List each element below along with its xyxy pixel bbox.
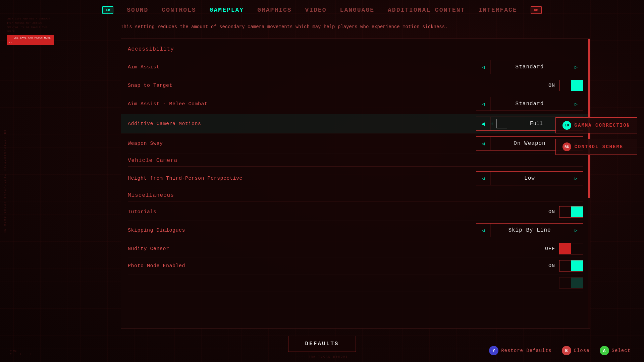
aim-assist-arrow-left[interactable]: ◁ [476, 60, 490, 74]
y-button-icon: Y [489, 346, 498, 355]
gamma-correction-label: GAMMA CORRECTION [575, 123, 630, 128]
setting-description: This setting reduces the amount of secon… [121, 23, 523, 31]
tutorials-row: Tutorials ON [128, 203, 583, 221]
select-label: Select [612, 348, 631, 353]
skipping-dialogues-label: Skipping Dialogues [128, 228, 185, 233]
snap-to-target-fill [571, 80, 583, 91]
gamma-correction-icon: LB [562, 121, 571, 130]
skipping-dialogues-arrow-right[interactable]: ▷ [569, 224, 583, 237]
tutorials-control[interactable]: ON [543, 206, 583, 218]
control-scheme-icon: RS [562, 142, 571, 151]
nav-item-graphics[interactable]: GRAPHICS [257, 7, 291, 13]
panel-scrollbar[interactable] [588, 39, 590, 328]
bottom-left-timer: ● - - : - - : - - [10, 352, 38, 355]
nav-item-interface[interactable]: INTERFACE [478, 7, 517, 13]
tutorials-label: Tutorials [128, 209, 157, 215]
partial-row-fill [571, 278, 583, 288]
bottom-left-version: V 0S [10, 349, 38, 352]
restore-defaults-action[interactable]: Y Restore Defaults [489, 346, 551, 355]
photo-mode-fill [571, 260, 583, 271]
gamma-correction-button[interactable]: LB GAMMA CORRECTION [555, 117, 637, 133]
aim-assist-label: Aim Assist [128, 64, 160, 70]
side-text: RS 0:00:00:34 5473/79341 R4712836435127 … [3, 129, 7, 233]
height-perspective-value: Low [490, 175, 569, 181]
photo-mode-row: Photo Mode Enabled ON [128, 257, 583, 275]
aim-assist-melee-row: Aim Assist - Melee Combat ◁ Standard ▷ [128, 94, 583, 114]
control-scheme-button[interactable]: RS CONTROL SCHEME [555, 139, 637, 155]
top-navigation: LB SOUND CONTROLS GAMEPLAY GRAPHICS VIDE… [0, 0, 644, 20]
bottom-left-info: V 0S ● - - : - - : - - [10, 349, 38, 355]
photo-mode-label: Photo Mode Enabled [128, 263, 185, 269]
rb-controller-badge[interactable]: RB [531, 6, 542, 14]
restore-defaults-label: Restore Defaults [501, 348, 551, 353]
settings-panel: Accessibility Aim Assist ◁ Standard ▷ Sn… [121, 39, 590, 328]
photo-mode-toggle[interactable] [559, 260, 583, 272]
additive-camera-row: Additive Camera Motions ◀ ✛ Full ✛ ▶ [121, 114, 590, 134]
height-perspective-arrow-right[interactable]: ▷ [569, 172, 583, 185]
nav-item-additional-content[interactable]: ADDITIONAL CONTENT [388, 7, 465, 13]
snap-to-target-label: Snap to Target [128, 83, 172, 88]
settings-inner: Accessibility Aim Assist ◁ Standard ▷ Sn… [121, 39, 590, 295]
nav-item-sound[interactable]: SOUND [127, 7, 148, 13]
aim-assist-value: Standard [490, 64, 569, 70]
tutorials-fill [571, 206, 583, 217]
version-text: ──── TRH_TLCAS_B08D95 [296, 355, 348, 359]
skipping-dialogues-selector[interactable]: ◁ Skip By Line ▷ [476, 223, 583, 237]
weapon-sway-label: Weapon Sway [128, 141, 163, 146]
skipping-dialogues-arrow-left[interactable]: ◁ [476, 224, 490, 237]
aim-assist-melee-arrow-right[interactable]: ▷ [569, 97, 583, 111]
nudity-censor-toggle[interactable] [559, 243, 583, 254]
weapon-sway-arrow-left[interactable]: ◁ [476, 137, 490, 150]
snap-to-target-state: ON [548, 83, 555, 88]
nav-item-video[interactable]: VIDEO [305, 7, 327, 13]
snap-to-target-control[interactable]: ON [543, 80, 583, 91]
height-perspective-selector[interactable]: ◁ Low ▷ [476, 171, 583, 185]
vehicle-camera-header: Vehicle Camera [128, 154, 583, 167]
top-left-info: ONLY GIVE AND USE A CERTAIN ITEM ACROSS … [7, 17, 54, 45]
nav-item-controls[interactable]: CONTROLS [162, 7, 196, 13]
close-label: Close [574, 348, 590, 353]
aim-assist-melee-value: Standard [490, 101, 569, 107]
top-left-badge: -- USE SAVE AND PATCH MORE -- [7, 35, 54, 45]
aim-assist-selector[interactable]: ◁ Standard ▷ [476, 60, 583, 74]
nudity-censor-label: Nudity Censor [128, 246, 169, 252]
select-action[interactable]: A Select [600, 346, 631, 355]
skipping-dialogues-value: Skip By Line [490, 227, 569, 233]
additive-camera-plus-left: ✛ [490, 120, 494, 127]
snap-to-target-row: Snap to Target ON [128, 77, 583, 94]
height-perspective-arrow-left[interactable]: ◁ [476, 172, 490, 185]
partial-row-control [543, 277, 583, 289]
partial-row [128, 275, 583, 292]
photo-mode-state: ON [548, 263, 555, 269]
snap-to-target-toggle[interactable] [559, 80, 583, 91]
b-button-icon: B [562, 346, 571, 355]
defaults-button[interactable]: DEFAULTS [288, 336, 356, 352]
close-action[interactable]: B Close [562, 346, 590, 355]
partial-row-toggle [559, 277, 583, 289]
aim-assist-melee-arrow-left[interactable]: ◁ [476, 97, 490, 111]
additive-camera-arrow-left[interactable]: ◀ [476, 117, 490, 130]
aim-assist-row: Aim Assist ◁ Standard ▷ [128, 57, 583, 77]
nudity-censor-fill [559, 243, 571, 254]
bottom-actions: Y Restore Defaults B Close A Select [489, 346, 631, 355]
weapon-sway-row: Weapon Sway ◁ On Weapon ▷ [128, 134, 583, 154]
a-button-icon: A [600, 346, 609, 355]
additive-camera-value: Full [510, 121, 563, 127]
miscellaneous-header: Miscellaneous [128, 188, 583, 201]
control-scheme-label: CONTROL SCHEME [575, 144, 624, 149]
aim-assist-arrow-right[interactable]: ▷ [569, 60, 583, 74]
left-decoration: RS 0:00:00:34 5473/79341 R4712836435127 … [0, 0, 10, 362]
nav-item-language[interactable]: LANGUAGE [340, 7, 374, 13]
height-perspective-row: Height from Third-Person Perspective ◁ L… [128, 169, 583, 188]
tutorials-state: ON [548, 209, 555, 215]
nudity-censor-control[interactable]: OFF [543, 243, 583, 254]
additive-camera-label: Additive Camera Motions [128, 121, 201, 127]
aim-assist-melee-selector[interactable]: ◁ Standard ▷ [476, 97, 583, 111]
photo-mode-control[interactable]: ON [543, 260, 583, 272]
nudity-censor-row: Nudity Censor OFF [128, 240, 583, 257]
height-perspective-label: Height from Third-Person Perspective [128, 176, 243, 181]
lb-controller-badge[interactable]: LB [102, 6, 113, 14]
tutorials-toggle[interactable] [559, 206, 583, 218]
nav-item-gameplay[interactable]: GAMEPLAY [210, 7, 244, 13]
nudity-censor-state: OFF [545, 246, 555, 252]
